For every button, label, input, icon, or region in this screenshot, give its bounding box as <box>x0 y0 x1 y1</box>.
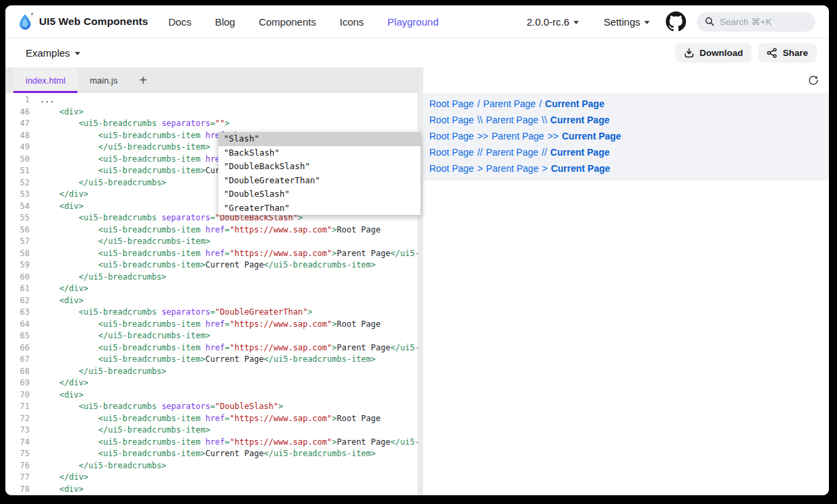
github-link[interactable] <box>666 11 686 32</box>
nav-item-icons[interactable]: Icons <box>340 16 364 28</box>
download-button[interactable]: Download <box>675 43 752 63</box>
new-tab-button[interactable]: + <box>129 67 156 93</box>
line-number: 71 <box>5 401 30 413</box>
code-editor-panel: index.htmlmain.js+ 1...46 <div>47 <ui5-b… <box>5 67 423 495</box>
breadcrumb-link-parent[interactable]: Parent Page <box>486 115 538 125</box>
line-code: <ui5-breadcrumbs separators=""> <box>40 118 230 130</box>
code-line[interactable]: 66 <ui5-breadcrumbs-item href="https://w… <box>5 342 423 354</box>
line-code: </ui5-breadcrumbs> <box>40 460 166 472</box>
code-line[interactable]: 47 <ui5-breadcrumbs separators=""> <box>5 118 423 130</box>
line-code: </div> <box>40 472 88 484</box>
nav-item-playground[interactable]: Playground <box>388 16 439 28</box>
breadcrumb-link-parent[interactable]: Parent Page <box>486 163 538 174</box>
breadcrumb-current-page: Current Page <box>551 115 610 125</box>
line-number: 67 <box>5 354 30 366</box>
line-number: 63 <box>5 307 30 319</box>
autocomplete-option[interactable]: "DoubleGreaterThan" <box>218 174 421 188</box>
code-line[interactable]: 1... <box>5 94 423 106</box>
tab-main-js[interactable]: main.js <box>78 67 129 93</box>
code-line[interactable]: 65 </ui5-breadcrumbs-item> <box>5 330 423 342</box>
breadcrumb-separator: / <box>477 98 480 109</box>
code-line[interactable]: 64 <ui5-breadcrumbs-item href="https://w… <box>5 319 423 331</box>
code-line[interactable]: 73 </ui5-breadcrumbs-item> <box>5 424 423 437</box>
breadcrumb-link-parent[interactable]: Parent Page <box>492 131 545 141</box>
code-line[interactable]: 60 </ui5-breadcrumbs> <box>5 272 423 284</box>
line-number: 72 <box>5 413 30 425</box>
breadcrumb-link-root[interactable]: Root Page <box>429 98 474 109</box>
breadcrumb-current-page: Current Page <box>562 131 621 141</box>
code-line[interactable]: 58 <ui5-breadcrumbs-item href="https://w… <box>5 248 423 260</box>
share-button[interactable]: Share <box>758 43 817 63</box>
code-line[interactable]: 62 <div> <box>5 295 423 307</box>
code-line[interactable]: 61 </div> <box>5 283 423 295</box>
line-code: <ui5-breadcrumbs-item href="https://www.… <box>40 224 381 237</box>
settings-dropdown[interactable]: Settings <box>604 16 650 28</box>
code-line[interactable]: 76 </ui5-breadcrumbs> <box>5 460 423 472</box>
search-input[interactable] <box>720 17 801 27</box>
line-code: </ui5-breadcrumbs-item> <box>40 141 210 154</box>
line-code: </div> <box>40 189 88 201</box>
version-dropdown[interactable]: 2.0.0-rc.6 <box>526 16 578 28</box>
breadcrumb-link-root[interactable]: Root Page <box>429 115 474 125</box>
code-line[interactable]: 69 </div> <box>5 377 423 389</box>
brand[interactable]: UI5 Web Components <box>18 12 148 31</box>
autocomplete-option[interactable]: "DoubleBackSlash" <box>218 160 421 174</box>
autocomplete-dropdown: "Slash""BackSlash""DoubleBackSlash""Doub… <box>218 132 421 215</box>
chevron-down-icon <box>644 21 650 24</box>
share-icon <box>767 48 777 58</box>
version-label: 2.0.0-rc.6 <box>526 16 569 28</box>
line-number: 50 <box>5 154 30 166</box>
code-line[interactable]: 57 </ui5-breadcrumbs-item> <box>5 236 423 248</box>
nav-item-blog[interactable]: Blog <box>215 16 235 28</box>
code-line[interactable]: 77 </div> <box>5 472 423 484</box>
code-line[interactable]: 75 <ui5-breadcrumbs-item>Current Page</u… <box>5 448 423 460</box>
breadcrumb-separator: \\ <box>542 115 547 125</box>
line-code: <div> <box>40 201 84 213</box>
editor-tabbar: index.htmlmain.js+ <box>5 67 423 93</box>
code-line[interactable]: 46 <div> <box>5 106 423 119</box>
code-line[interactable]: 72 <ui5-breadcrumbs-item href="https://w… <box>5 413 423 425</box>
breadcrumb-link-root[interactable]: Root Page <box>429 147 474 158</box>
code-line[interactable]: 56 <ui5-breadcrumbs-item href="https://w… <box>5 224 423 237</box>
line-number: 47 <box>5 118 30 130</box>
code-line[interactable]: 78 <div> <box>5 484 423 496</box>
code-line[interactable]: 74 <ui5-breadcrumbs-item href="https://w… <box>5 437 423 449</box>
breadcrumb-link-parent[interactable]: Parent Page <box>483 98 536 109</box>
line-code: <ui5-breadcrumbs-item>Current Page</ui5-… <box>40 448 376 460</box>
line-number: 68 <box>5 366 30 378</box>
breadcrumb-separator: // <box>542 147 547 158</box>
code-line[interactable]: 68 </ui5-breadcrumbs> <box>5 366 423 378</box>
breadcrumb-link-parent[interactable]: Parent Page <box>486 147 538 158</box>
search-box[interactable] <box>697 12 815 32</box>
code-line[interactable]: 71 <ui5-breadcrumbs separators="DoubleSl… <box>5 401 423 413</box>
breadcrumb-separator: > <box>477 163 483 174</box>
line-number: 53 <box>5 189 30 201</box>
code-line[interactable]: 59 <ui5-breadcrumbs-item>Current Page</u… <box>5 259 423 272</box>
breadcrumb-link-root[interactable]: Root Page <box>429 163 474 174</box>
code-line[interactable]: 67 <ui5-breadcrumbs-item>Current Page</u… <box>5 354 423 366</box>
breadcrumb-current-page: Current Page <box>545 98 604 109</box>
code-line[interactable]: 70 <div> <box>5 389 423 402</box>
breadcrumb-row: Root Page//Parent Page//Current Page <box>429 144 822 160</box>
breadcrumb-link-root[interactable]: Root Page <box>429 131 474 141</box>
tab-index-html[interactable]: index.html <box>13 67 78 93</box>
line-code: <ui5-breadcrumbs-item href="https://www.… <box>40 342 423 354</box>
breadcrumb-row: Root Page\\Parent Page\\Current Page <box>429 112 822 128</box>
line-code: <ui5-breadcrumbs-item href="https://www.… <box>40 319 381 331</box>
refresh-button[interactable] <box>808 75 819 86</box>
line-number: 59 <box>5 259 30 272</box>
code-line[interactable]: 63 <ui5-breadcrumbs separators="DoubleGr… <box>5 307 423 319</box>
autocomplete-option[interactable]: "GreaterThan" <box>218 201 421 216</box>
autocomplete-option[interactable]: "DoubleSlash" <box>218 187 421 201</box>
examples-dropdown[interactable]: Examples <box>26 47 80 59</box>
line-number: 55 <box>5 212 30 224</box>
nav-item-components[interactable]: Components <box>259 16 316 28</box>
autocomplete-option[interactable]: "Slash" <box>218 132 421 146</box>
autocomplete-option[interactable]: "BackSlash" <box>218 146 421 160</box>
line-code: ... <box>40 94 55 106</box>
nav-item-docs[interactable]: Docs <box>168 16 191 28</box>
line-number: 54 <box>5 201 30 213</box>
breadcrumbs-preview: Root Page/Parent Page/Current PageRoot P… <box>423 93 829 181</box>
breadcrumb-row: Root Page/Parent Page/Current Page <box>429 96 822 112</box>
line-number: 46 <box>5 106 30 119</box>
